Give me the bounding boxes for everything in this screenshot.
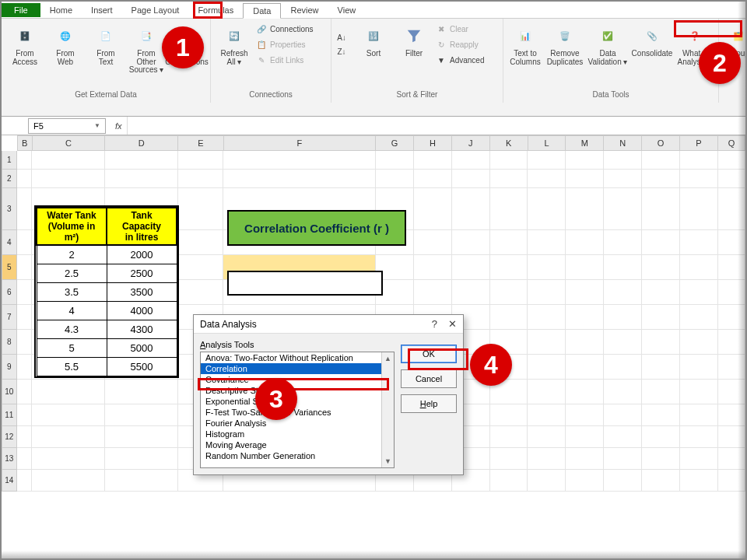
cell[interactable] — [680, 404, 718, 426]
cell[interactable] — [17, 355, 33, 380]
cell[interactable] — [528, 255, 566, 280]
advanced-filter-button[interactable]: ▼Advanced — [436, 53, 498, 67]
cell[interactable] — [490, 255, 528, 280]
cell[interactable] — [490, 305, 528, 330]
connections-button[interactable]: 🔗Connections — [256, 22, 326, 36]
dialog-help-icon[interactable]: ? — [432, 318, 437, 330]
cell[interactable] — [17, 448, 33, 470]
cell[interactable] — [528, 280, 566, 305]
cell[interactable] — [528, 151, 566, 170]
cell[interactable] — [718, 380, 745, 404]
cell[interactable] — [718, 280, 745, 305]
cell[interactable] — [223, 151, 375, 170]
cell[interactable] — [718, 470, 745, 492]
cell[interactable] — [642, 305, 680, 330]
cell[interactable] — [642, 355, 680, 380]
cell[interactable] — [680, 330, 718, 355]
cell[interactable] — [528, 170, 566, 188]
cell[interactable] — [17, 404, 33, 426]
cell[interactable] — [604, 280, 642, 305]
row-header-13[interactable]: 13 — [2, 448, 17, 470]
cell[interactable] — [17, 188, 33, 230]
cell[interactable] — [105, 404, 178, 426]
cell[interactable] — [528, 380, 566, 404]
cell[interactable] — [566, 151, 604, 170]
cell[interactable] — [680, 305, 718, 330]
row-header-5[interactable]: 5 — [2, 255, 17, 280]
cell[interactable] — [452, 255, 490, 280]
refresh-all-button[interactable]: 🔄RefreshAll ▾ — [216, 22, 253, 67]
text-to-columns-button[interactable]: 📊Text toColumns — [508, 22, 542, 66]
cell[interactable] — [452, 280, 490, 305]
cell[interactable] — [105, 426, 178, 448]
cancel-button[interactable]: Cancel — [401, 369, 457, 388]
tab-view[interactable]: View — [328, 3, 366, 17]
clear-filter-button[interactable]: ✖Clear — [436, 22, 498, 36]
cell[interactable] — [680, 280, 718, 305]
cell[interactable] — [680, 188, 718, 230]
cell[interactable] — [32, 448, 105, 470]
cell[interactable] — [528, 188, 566, 230]
cell[interactable] — [17, 280, 33, 305]
list-item[interactable]: Histogram — [201, 429, 394, 439]
edit-links-button[interactable]: ✎Edit Links — [256, 53, 326, 67]
cell[interactable] — [528, 355, 566, 380]
col-header-E[interactable]: E — [178, 135, 224, 151]
list-item[interactable]: Correlation — [201, 363, 394, 374]
cell[interactable] — [642, 426, 680, 448]
list-item[interactable]: F-Test Two-Sample for Variances — [201, 407, 394, 418]
cell[interactable] — [604, 330, 642, 355]
cell[interactable] — [642, 470, 680, 492]
cell[interactable] — [528, 305, 566, 330]
cell[interactable] — [718, 170, 745, 188]
cell[interactable] — [17, 255, 33, 280]
col-header-C[interactable]: C — [33, 135, 106, 151]
cell[interactable] — [566, 170, 604, 188]
cell[interactable] — [566, 448, 604, 470]
cell[interactable] — [566, 404, 604, 426]
cell[interactable] — [604, 255, 642, 280]
cell[interactable] — [32, 426, 105, 448]
cell[interactable] — [718, 188, 745, 230]
cell[interactable] — [490, 230, 528, 255]
active-cell-f5[interactable] — [227, 271, 383, 296]
cell[interactable] — [566, 355, 604, 380]
fx-label[interactable]: fx — [110, 121, 127, 131]
reapply-button[interactable]: ↻Reapply — [436, 37, 498, 51]
cell[interactable] — [642, 230, 680, 255]
tab-page-layout[interactable]: Page Layout — [122, 3, 189, 17]
from-text-button[interactable]: 📄FromText — [87, 22, 124, 75]
col-header-B[interactable]: B — [17, 135, 33, 151]
sort-button[interactable]: 🔢Sort — [355, 22, 392, 67]
cell[interactable] — [452, 230, 490, 255]
sort-az-button[interactable]: A↓ — [336, 30, 352, 44]
cell[interactable] — [642, 188, 680, 230]
analysis-tools-listbox[interactable]: Anova: Two-Factor Without ReplicationCor… — [200, 352, 395, 468]
list-item[interactable]: Random Number Generation — [201, 450, 394, 461]
cell[interactable] — [414, 170, 452, 188]
cell[interactable] — [604, 305, 642, 330]
cell[interactable] — [642, 170, 680, 188]
list-item[interactable]: Fourier Analysis — [201, 418, 394, 429]
cell[interactable] — [414, 230, 452, 255]
cell[interactable] — [17, 426, 33, 448]
cell[interactable] — [528, 448, 566, 470]
cell[interactable] — [680, 170, 718, 188]
name-box[interactable]: F5 ▼ — [28, 118, 106, 134]
cell[interactable] — [718, 404, 745, 426]
row-header-10[interactable]: 10 — [2, 380, 17, 404]
row-header-8[interactable]: 8 — [2, 330, 17, 355]
cell[interactable] — [17, 230, 33, 255]
cell[interactable] — [490, 426, 528, 448]
cell[interactable] — [490, 151, 528, 170]
cell[interactable] — [566, 330, 604, 355]
row-header-7[interactable]: 7 — [2, 305, 17, 330]
row-header-6[interactable]: 6 — [2, 280, 17, 305]
cell[interactable] — [490, 404, 528, 426]
from-web-button[interactable]: 🌐FromWeb — [47, 22, 84, 75]
cell[interactable] — [718, 355, 745, 380]
cell[interactable] — [680, 230, 718, 255]
cell[interactable] — [680, 380, 718, 404]
cell[interactable] — [17, 330, 33, 355]
cell[interactable] — [642, 280, 680, 305]
